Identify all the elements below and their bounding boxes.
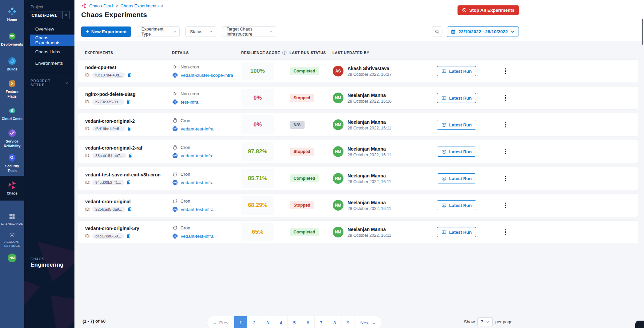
nav-item-cloud-costs[interactable]: $ Cloud Costs	[0, 101, 24, 126]
row-menu-kebab[interactable]	[501, 94, 509, 102]
nav-item-deployments[interactable]: Deployments	[0, 27, 24, 52]
experiment-row[interactable]: vedant-test-save-nd-exit-v8h-cron ID: 94…	[78, 167, 638, 190]
page-button-9[interactable]: 9	[341, 316, 355, 328]
copy-id-icon[interactable]	[126, 234, 131, 238]
infrastructure-link[interactable]: vedant-test-infra	[181, 234, 214, 239]
copy-id-icon[interactable]	[126, 180, 131, 185]
sidebar-item-overview[interactable]: Overview	[24, 23, 74, 35]
breadcrumb-project-link[interactable]: Chaos-Dev1	[89, 3, 113, 8]
experiment-row[interactable]: node-cpu-test ID: f0c187d4-43d...	[78, 59, 638, 83]
latest-run-button[interactable]: Latest Run	[437, 200, 476, 210]
new-experiment-button[interactable]: + New Experiment	[81, 26, 131, 37]
nav-item-builds[interactable]: Builds	[0, 52, 24, 76]
row-menu-kebab[interactable]	[501, 67, 509, 75]
copy-id-icon[interactable]	[126, 100, 131, 104]
latest-run-button[interactable]: Latest Run	[437, 93, 476, 103]
stop-all-experiments-button[interactable]: Stop All Experiments	[458, 5, 519, 15]
column-details: DETAILS	[172, 51, 241, 55]
copy-id-icon[interactable]	[127, 207, 132, 212]
target-infrastructure-filter[interactable]: Target Chaos Infrastructure	[222, 26, 276, 37]
experiment-id: 94cd00b2-41...	[92, 180, 124, 185]
nav-label: Builds	[7, 67, 17, 72]
cron-schedule-icon	[172, 145, 177, 150]
sidebar-item-chaos-hubs[interactable]: Chaos Hubs	[24, 46, 74, 57]
latest-run-button[interactable]: Latest Run	[437, 227, 476, 237]
nav-item-dashboards[interactable]: DASHBOARDS	[0, 209, 24, 229]
copy-id-icon[interactable]	[128, 153, 133, 158]
latest-run-button[interactable]: Latest Run	[437, 173, 476, 183]
experiment-name[interactable]: vedant-test-save-nd-exit-v8h-cron	[85, 172, 172, 177]
breadcrumb-experiments-link[interactable]: Chaos Experiments	[120, 3, 158, 8]
row-menu-kebab[interactable]	[501, 228, 509, 236]
breadcrumb-separator: >	[161, 4, 163, 8]
experiment-row[interactable]: vedant-cron-original-5ry ID: cad17ed0-59…	[78, 220, 638, 244]
nav-item-security-tests[interactable]: Security Tests	[0, 151, 24, 176]
column-last-run-status: LAST RUN STATUS	[289, 51, 332, 55]
infrastructure-link[interactable]: vedant-cluster-scope-infra	[181, 73, 233, 78]
experiment-row[interactable]: nginx-pod-delete-u8sg ID: b773c335-99...	[78, 86, 638, 110]
experiment-id: cad17ed0-59...	[92, 233, 124, 239]
kubernetes-infra-icon	[172, 72, 178, 78]
infrastructure-link[interactable]: vedant-test-infra	[181, 180, 214, 185]
experiment-name[interactable]: vedant-cron-original-5ry	[85, 226, 172, 231]
breadcrumb: Chaos-Dev1 > Chaos Experiments >	[81, 3, 637, 9]
user-avatar-nav[interactable]: NM	[8, 254, 16, 262]
nav-item-home[interactable]: Home	[0, 2, 24, 27]
nav-item-service-reliability[interactable]: Service Reliability	[0, 126, 24, 151]
infrastructure-link[interactable]: vedant-test-infra	[181, 126, 214, 131]
user-name: Akash Shrivastava	[347, 66, 391, 71]
copy-id-icon[interactable]	[127, 73, 132, 77]
status-filter[interactable]: Status	[185, 26, 216, 37]
module-tag: CHAOS Engineering	[24, 257, 74, 268]
page-button-1[interactable]: 1	[234, 316, 247, 328]
experiment-name[interactable]: node-cpu-test	[85, 65, 172, 70]
sidebar-item-chaos-experiments[interactable]: Chaos Experiments	[30, 35, 74, 46]
nav-item-account-settings[interactable]: ACCOUNT SETTINGS	[0, 229, 24, 250]
copy-id-icon[interactable]	[127, 126, 132, 131]
expand-projects-button[interactable]: »	[63, 11, 70, 19]
row-menu-kebab[interactable]	[501, 148, 509, 156]
experiment-type: Non-cron	[180, 64, 199, 69]
experiment-type-filter[interactable]: Experiment Type	[137, 26, 180, 37]
page-button-5[interactable]: 5	[287, 316, 301, 328]
row-menu-kebab[interactable]	[501, 121, 509, 129]
infrastructure-link[interactable]: vedant-test-infra	[181, 207, 214, 212]
row-menu-kebab[interactable]	[501, 201, 509, 209]
nav-item-chaos[interactable]: Chaos	[0, 176, 24, 201]
page-size-select[interactable]: 7	[477, 317, 492, 326]
experiment-row[interactable]: vedant-cron-original ID: 225fcad5-da9...	[78, 194, 638, 217]
info-icon[interactable]	[282, 50, 287, 55]
page-button-3[interactable]: 3	[261, 316, 274, 328]
infrastructure-link[interactable]: vedant-test-infra	[181, 153, 214, 158]
experiment-name[interactable]: vedant-cron-original	[85, 199, 172, 204]
experiment-name[interactable]: vedant-cron-original-2	[85, 118, 172, 124]
page-button-6[interactable]: 6	[301, 316, 314, 328]
latest-run-button[interactable]: Latest Run	[437, 120, 476, 130]
next-page-button[interactable]: Next →	[355, 316, 381, 328]
page-button-4[interactable]: 4	[274, 316, 287, 328]
latest-run-button[interactable]: Latest Run	[437, 66, 476, 76]
latest-run-button[interactable]: Latest Run	[437, 147, 476, 157]
sidebar-item-environments[interactable]: Environments	[24, 57, 74, 69]
column-last-updated-by: LAST UPDATED BY	[332, 51, 436, 55]
stop-circle-icon	[462, 8, 467, 13]
date-range-picker[interactable]: 22/10/2022 - 28/10/2022	[447, 26, 519, 37]
experiment-name[interactable]: vedant-cron-original-2-raf	[85, 145, 172, 151]
nav-item-feature-flags[interactable]: Feature Flags	[0, 76, 24, 101]
experiment-row[interactable]: vedant-cron-original-2-raf ID: 83cab181-…	[78, 140, 638, 163]
page-button-7[interactable]: 7	[314, 316, 328, 328]
help-fab[interactable]	[635, 321, 644, 328]
project-setup-toggle[interactable]: PROJECT SETUP	[31, 79, 69, 87]
search-button[interactable]	[432, 26, 442, 37]
project-select[interactable]: Chaos-Dev1	[29, 11, 63, 19]
page-button-8[interactable]: 8	[328, 316, 341, 328]
row-menu-kebab[interactable]	[501, 174, 509, 182]
prev-page-button[interactable]: ← Prev	[207, 316, 234, 328]
user-avatar: NM	[333, 119, 343, 130]
infrastructure-link[interactable]: test-infra	[181, 100, 199, 105]
experiment-row[interactable]: vedant-cron-original-2 ID: f6d19bc1-fedf…	[78, 113, 638, 136]
scrollbar-thumb[interactable]	[642, 19, 643, 45]
experiment-name[interactable]: nginx-pod-delete-u8sg	[85, 92, 172, 97]
run-history-icon	[441, 122, 446, 127]
page-button-2[interactable]: 2	[247, 316, 261, 328]
